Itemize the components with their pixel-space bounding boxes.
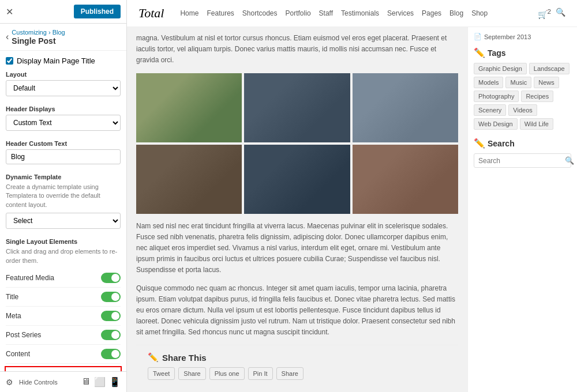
tags-title-text: Tags [488, 48, 506, 58]
nav-link-blog[interactable]: Blog [449, 9, 463, 17]
header-custom-text-input[interactable] [6, 149, 121, 164]
element-label: Featured Media [6, 274, 54, 282]
image-car [136, 73, 242, 142]
image-woman [244, 145, 350, 214]
intro-text: magna. Vestibulum at nisl et tortor curs… [136, 33, 458, 66]
element-row-post-series: Post Series [6, 326, 121, 345]
element-row-content: Content [6, 345, 121, 364]
desktop-icon[interactable]: 🖥 [81, 376, 91, 387]
element-label: Content [6, 350, 30, 358]
display-main-page-title-row: Display Main Page Title [6, 56, 121, 65]
cart-icon[interactable]: 🛒2 [538, 7, 551, 19]
nav-link-staff[interactable]: Staff [319, 9, 333, 17]
image-legs [353, 73, 458, 142]
share-title: ✏️ Share This [148, 352, 447, 363]
nav-link-shop[interactable]: Shop [471, 9, 488, 17]
header-custom-text-label: Header Custom Text [6, 140, 121, 147]
image-keyboard [244, 73, 350, 142]
tag-music[interactable]: Music [505, 77, 531, 88]
nav-icons: 🛒2 🔍 [538, 7, 565, 19]
mobile-icon[interactable]: 📱 [109, 376, 121, 387]
body-text2: Quisque commodo nec quam ac rhoncus. Int… [136, 283, 458, 338]
back-arrow-icon[interactable]: ‹ [6, 32, 9, 42]
site-logo: Total [138, 6, 164, 21]
image-placeholder-legs [353, 73, 458, 142]
toggle-post-series[interactable] [101, 330, 121, 340]
left-header: ✕ Published [0, 0, 126, 24]
tag-graphic-design[interactable]: Graphic Design [474, 63, 527, 74]
dynamic-template-select[interactable]: Select [6, 213, 121, 229]
tag-photography[interactable]: Photography [474, 91, 519, 102]
share-pen-icon: ✏️ [148, 352, 159, 363]
image-placeholder-woman [244, 145, 350, 214]
tag-models[interactable]: Models [474, 77, 503, 88]
display-main-page-title-label: Display Main Page Title [17, 56, 95, 65]
main-content: magna. Vestibulum at nisl et tortor curs… [127, 27, 467, 392]
main-area: Total HomeFeaturesShortcodesPortfolioSta… [127, 0, 577, 392]
share-btn-share[interactable]: Share [276, 367, 304, 380]
element-row-title: Title [6, 288, 121, 307]
toggle-meta[interactable] [101, 311, 121, 321]
share-btn-plus one[interactable]: Plus one [209, 367, 245, 380]
tag-recipes[interactable]: Recipes [521, 91, 553, 102]
layout-label: Layout [6, 71, 121, 78]
search-box[interactable]: 🔍 [474, 153, 571, 168]
image-placeholder-man-cam [136, 145, 242, 214]
nav-link-shortcodes[interactable]: Shortcodes [242, 9, 278, 17]
nav-link-portfolio[interactable]: Portfolio [286, 9, 311, 17]
left-nav: ‹ Customizing › Blog Single Post [0, 24, 126, 51]
tablet-icon[interactable]: ⬜ [94, 376, 106, 387]
nav-link-home[interactable]: Home [180, 9, 198, 17]
search-input[interactable] [478, 157, 565, 165]
nav-link-testimonials[interactable]: Testimonials [341, 9, 379, 17]
breadcrumb: Customizing › Blog [12, 29, 65, 36]
right-sidebar: 📄 September 2013 ✏️ Tags Graphic DesignL… [467, 27, 577, 392]
tag-news[interactable]: News [534, 77, 559, 88]
nav-link-services[interactable]: Services [387, 9, 414, 17]
share-btn-tweet[interactable]: Tweet [148, 367, 175, 380]
share-btn-share[interactable]: Share [178, 367, 205, 380]
calendar-icon: 📄 [474, 33, 482, 40]
search-pen-icon: ✏️ [474, 138, 485, 149]
published-button[interactable]: Published [74, 5, 121, 18]
element-row-meta: Meta [6, 307, 121, 326]
dynamic-template-desc: Create a dynamic template using Template… [6, 183, 121, 209]
site-nav: Total HomeFeaturesShortcodesPortfolioSta… [127, 0, 577, 27]
share-section: ✏️ Share This TweetSharePlus onePin ItSh… [136, 345, 458, 387]
nav-link-pages[interactable]: Pages [422, 9, 441, 17]
body-text1: Nam sed nisl nec erat tincidunt fringill… [136, 221, 458, 276]
header-displays-select[interactable]: Custom Text [6, 115, 121, 131]
image-placeholder-bottle [353, 145, 458, 214]
image-placeholder-keyboard [244, 73, 350, 142]
tag-wild-life[interactable]: Wild Life [520, 118, 553, 130]
layout-select[interactable]: Default [6, 80, 121, 96]
sidebar-date: 📄 September 2013 [474, 33, 571, 40]
toggle-title[interactable] [101, 292, 121, 302]
toggle-featured-media[interactable] [101, 273, 121, 283]
nav-link-features[interactable]: Features [207, 9, 234, 17]
share-btn-pin it[interactable]: Pin It [248, 367, 273, 380]
search-nav-icon[interactable]: 🔍 [556, 7, 565, 19]
tag-web-design[interactable]: Web Design [474, 118, 518, 130]
share-buttons: TweetSharePlus onePin ItShare [148, 367, 447, 380]
content-sidebar-area: magna. Vestibulum at nisl et tortor curs… [127, 27, 577, 392]
element-label: Meta [6, 312, 21, 320]
element-label: Post Series [6, 331, 41, 339]
tag-landscape[interactable]: Landscape [529, 63, 569, 74]
image-bottle [353, 145, 458, 214]
tag-grid: Graphic DesignLandscapeModelsMusicNewsPh… [474, 63, 571, 130]
element-label: Title [6, 293, 18, 301]
image-man-cam [136, 145, 242, 214]
close-icon[interactable]: ✕ [6, 6, 13, 17]
hide-controls-label: Hide Controls [19, 379, 58, 386]
search-section-title: ✏️ Search [474, 138, 571, 149]
display-main-page-title-checkbox[interactable] [6, 57, 13, 65]
left-footer: ⚙ Hide Controls 🖥 ⬜ 📱 [0, 371, 126, 392]
left-panel: ✕ Published ‹ Customizing › Blog Single … [0, 0, 127, 392]
tag-videos[interactable]: Videos [508, 104, 537, 116]
search-icon: 🔍 [565, 156, 574, 165]
single-layout-desc: Click and drag and drop elements to re-o… [6, 247, 121, 265]
toggle-content[interactable] [101, 349, 121, 359]
element-row-featured-media: Featured Media [6, 269, 121, 288]
tag-scenery[interactable]: Scenery [474, 104, 506, 116]
